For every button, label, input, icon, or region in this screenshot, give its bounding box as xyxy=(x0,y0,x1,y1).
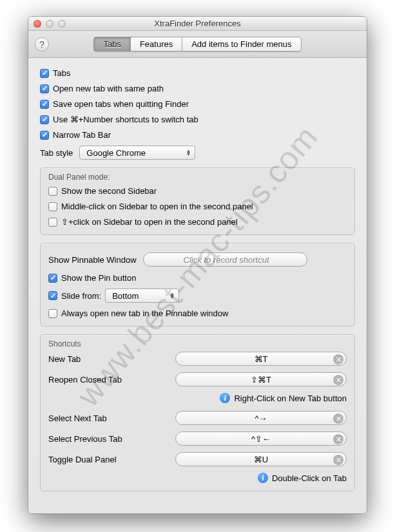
label-slide-from: Slide from: xyxy=(61,291,101,301)
shortcut-value-select-next: ^→ xyxy=(255,413,267,423)
label-show-pinnable-window: Show Pinnable Window xyxy=(48,255,137,265)
chevron-updown-icon: ▲▼ xyxy=(169,292,175,299)
label-open-new-tab-same-path: Open new tab with same path xyxy=(53,84,164,93)
window-title: XtraFinder Preferences xyxy=(28,19,367,28)
help-icon: ? xyxy=(39,39,44,50)
row-middle-click-sidebar: Middle-click on Sidebar to open in the s… xyxy=(48,202,347,211)
row-narrow-tab-bar: Narrow Tab Bar xyxy=(40,130,355,140)
row-shortcut-select-next: Select Next Tab ^→ ✕ xyxy=(48,411,347,425)
clear-icon[interactable]: ✕ xyxy=(333,375,343,385)
shortcut-input-reopen-closed[interactable]: ⇧⌘T ✕ xyxy=(175,372,347,386)
tab-features[interactable]: Features xyxy=(130,37,182,52)
clear-icon[interactable]: ✕ xyxy=(333,354,343,365)
checkbox-narrow-tab-bar[interactable] xyxy=(40,131,49,140)
checkbox-save-open-tabs[interactable] xyxy=(40,100,49,109)
label-shortcut-reopen-closed: Reopen Closed Tab xyxy=(48,375,168,385)
select-tab-style[interactable]: Google Chrome ▲▼ xyxy=(79,146,195,160)
checkbox-cmd-number-switch[interactable] xyxy=(40,115,49,124)
select-slide-from-value: Bottom xyxy=(112,291,139,301)
row-slide-from: Slide from: Bottom ▲▼ xyxy=(48,289,347,303)
tab-tabs[interactable]: Tabs xyxy=(93,37,130,52)
row-always-open-new-tab-pinnable: Always open new tab in the Pinnable wind… xyxy=(48,309,347,318)
content: Tabs Open new tab with same path Save op… xyxy=(28,58,367,503)
label-cmd-number-switch: Use ⌘+Number shortcuts to switch tab xyxy=(53,115,198,124)
checkbox-slide-from[interactable] xyxy=(48,291,57,300)
shortcut-input-toggle-dual[interactable]: ⌘U ✕ xyxy=(175,452,347,466)
row-shortcut-toggle-dual: Toggle Dual Panel ⌘U ✕ xyxy=(48,452,347,466)
group-shortcuts: Shortcuts New Tab ⌘T ✕ Reopen Closed Tab… xyxy=(40,334,355,491)
group-title-dual-panel: Dual Panel mode: xyxy=(48,173,347,182)
row-open-new-tab-same-path: Open new tab with same path xyxy=(40,84,355,93)
row-show-second-sidebar: Show the second Sidebar xyxy=(48,186,347,196)
hint-double-click: i Double-Click on Tab xyxy=(48,473,347,483)
label-shortcut-select-prev: Select Previous Tab xyxy=(48,434,168,444)
shortcut-value-new-tab: ⌘T xyxy=(255,354,268,364)
checkbox-open-new-tab-same-path[interactable] xyxy=(40,84,49,93)
minimize-button[interactable] xyxy=(46,20,53,28)
row-save-open-tabs: Save open tabs when quitting Finder xyxy=(40,99,355,109)
checkbox-tabs[interactable] xyxy=(40,69,49,78)
chevron-updown-icon: ▲▼ xyxy=(186,149,191,156)
tab-add-items[interactable]: Add items to Finder menus xyxy=(182,37,301,52)
label-shortcut-new-tab: New Tab xyxy=(48,354,168,364)
row-shortcut-new-tab: New Tab ⌘T ✕ xyxy=(48,352,347,366)
checkbox-show-pin-button[interactable] xyxy=(48,274,57,283)
toolbar: ? Tabs Features Add items to Finder menu… xyxy=(28,31,367,58)
label-show-pin-button: Show the Pin button xyxy=(61,273,136,283)
preferences-window: XtraFinder Preferences ? Tabs Features A… xyxy=(28,16,367,514)
group-pinnable: Show Pinnable Window Click to record sho… xyxy=(40,243,355,327)
select-slide-from[interactable]: Bottom ▲▼ xyxy=(105,289,179,303)
clear-icon[interactable]: ✕ xyxy=(333,434,343,444)
checkbox-show-second-sidebar[interactable] xyxy=(48,187,57,196)
hint-right-click-text: Right-Click on New Tab button xyxy=(234,394,347,403)
group-title-shortcuts: Shortcuts xyxy=(48,339,347,348)
shortcut-recorder-placeholder: Click to record shortcut xyxy=(184,255,269,265)
help-button[interactable]: ? xyxy=(35,37,49,52)
close-button[interactable] xyxy=(34,20,41,28)
hint-double-click-text: Double-Click on Tab xyxy=(272,473,347,483)
zoom-button[interactable] xyxy=(58,20,66,28)
clear-icon[interactable]: ✕ xyxy=(333,413,343,424)
checkbox-always-open-new-tab-pinnable[interactable] xyxy=(48,309,57,318)
traffic-lights xyxy=(34,20,66,28)
shortcut-value-select-prev: ^⇧← xyxy=(251,434,271,444)
label-show-second-sidebar: Show the second Sidebar xyxy=(61,186,157,196)
label-shift-click-sidebar: ⇧+click on Sidebar to open in the second… xyxy=(61,217,238,227)
shortcut-recorder-pinnable[interactable]: Click to record shortcut xyxy=(143,252,307,267)
row-tab-style: Tab style Google Chrome ▲▼ xyxy=(40,146,355,160)
label-middle-click-sidebar: Middle-click on Sidebar to open in the s… xyxy=(61,202,253,211)
shortcut-input-select-next[interactable]: ^→ ✕ xyxy=(175,411,347,425)
row-show-pinnable-window: Show Pinnable Window Click to record sho… xyxy=(48,252,347,267)
row-cmd-number-switch: Use ⌘+Number shortcuts to switch tab xyxy=(40,115,355,124)
row-shortcut-select-prev: Select Previous Tab ^⇧← ✕ xyxy=(48,432,347,446)
row-shift-click-sidebar: ⇧+click on Sidebar to open in the second… xyxy=(48,217,347,227)
label-narrow-tab-bar: Narrow Tab Bar xyxy=(53,130,111,140)
row-tabs: Tabs xyxy=(40,68,355,78)
label-tab-style: Tab style xyxy=(40,148,73,158)
shortcut-value-toggle-dual: ⌘U xyxy=(254,455,268,464)
label-save-open-tabs: Save open tabs when quitting Finder xyxy=(53,99,189,109)
segmented-tabs: Tabs Features Add items to Finder menus xyxy=(93,37,301,52)
titlebar: XtraFinder Preferences xyxy=(28,17,367,31)
info-icon: i xyxy=(220,393,230,403)
label-tabs: Tabs xyxy=(53,68,70,78)
select-tab-style-value: Google Chrome xyxy=(86,148,146,158)
label-shortcut-toggle-dual: Toggle Dual Panel xyxy=(48,455,168,464)
shortcut-input-select-prev[interactable]: ^⇧← ✕ xyxy=(175,432,347,446)
checkbox-middle-click-sidebar[interactable] xyxy=(48,202,57,211)
label-always-open-new-tab-pinnable: Always open new tab in the Pinnable wind… xyxy=(61,309,228,318)
shortcut-value-reopen-closed: ⇧⌘T xyxy=(251,375,271,385)
row-shortcut-reopen-closed: Reopen Closed Tab ⇧⌘T ✕ xyxy=(48,372,347,386)
info-icon: i xyxy=(258,473,268,483)
clear-icon[interactable]: ✕ xyxy=(333,455,343,465)
group-dual-panel: Dual Panel mode: Show the second Sidebar… xyxy=(40,167,355,235)
hint-right-click: i Right-Click on New Tab button xyxy=(48,393,347,403)
shortcut-input-new-tab[interactable]: ⌘T ✕ xyxy=(175,352,347,366)
checkbox-shift-click-sidebar[interactable] xyxy=(48,218,57,227)
label-shortcut-select-next: Select Next Tab xyxy=(48,413,168,423)
row-show-pin-button: Show the Pin button xyxy=(48,273,347,283)
